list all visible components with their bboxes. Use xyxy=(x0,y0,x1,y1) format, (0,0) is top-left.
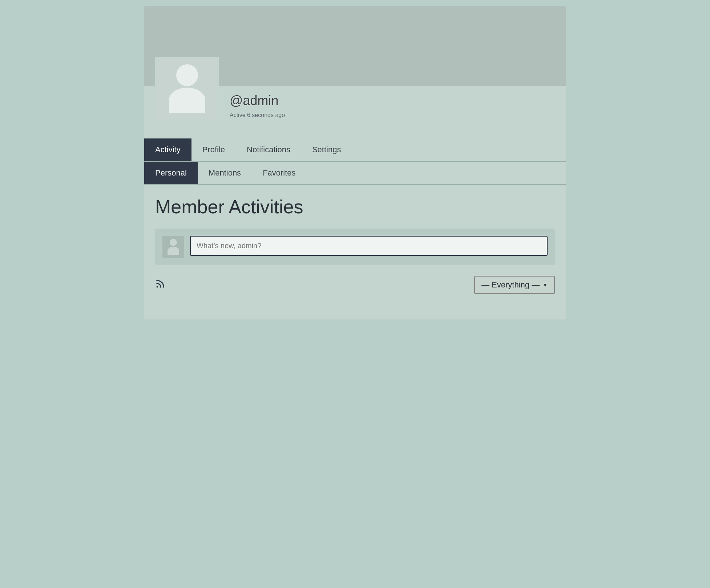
profile-username: @admin xyxy=(230,93,285,108)
rss-icon[interactable] xyxy=(155,279,165,291)
post-avatar-head xyxy=(170,239,177,246)
post-avatar xyxy=(162,236,184,258)
tabs-secondary: Personal Mentions Favorites xyxy=(144,162,566,185)
footer-row: — Everything — ▼ xyxy=(155,276,555,298)
post-avatar-body xyxy=(168,247,179,255)
svg-point-0 xyxy=(157,286,158,287)
subtab-personal[interactable]: Personal xyxy=(144,162,198,184)
avatar-figure xyxy=(169,64,205,113)
tab-profile[interactable]: Profile xyxy=(191,138,236,161)
avatar-wrapper xyxy=(155,57,219,120)
profile-section: @admin Active 6 seconds ago xyxy=(144,86,566,131)
profile-status: Active 6 seconds ago xyxy=(230,112,285,118)
filter-label: — Everything — xyxy=(481,280,540,290)
subtab-mentions[interactable]: Mentions xyxy=(198,162,252,184)
subtab-favorites[interactable]: Favorites xyxy=(252,162,306,184)
avatar xyxy=(155,57,219,120)
post-input[interactable] xyxy=(190,236,548,256)
tab-settings[interactable]: Settings xyxy=(301,138,352,161)
page-wrapper: @admin Active 6 seconds ago Activity Pro… xyxy=(144,6,566,319)
tab-notifications[interactable]: Notifications xyxy=(236,138,301,161)
filter-dropdown[interactable]: — Everything — ▼ xyxy=(474,276,555,294)
profile-info: @admin Active 6 seconds ago xyxy=(219,86,285,118)
chevron-down-icon: ▼ xyxy=(542,282,548,288)
tabs-primary: Activity Profile Notifications Settings xyxy=(144,138,566,162)
main-content: Member Activities — Everything — xyxy=(144,185,566,305)
section-title: Member Activities xyxy=(155,196,555,218)
avatar-body xyxy=(169,88,205,113)
post-avatar-figure xyxy=(168,239,179,255)
tab-activity[interactable]: Activity xyxy=(144,138,191,161)
post-box xyxy=(155,229,555,265)
avatar-head xyxy=(176,64,198,86)
